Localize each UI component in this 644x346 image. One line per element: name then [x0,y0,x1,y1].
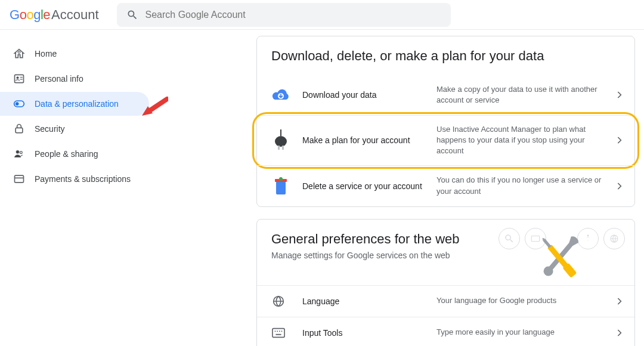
row-label: Input Tools [302,328,436,338]
row-desc: You can do this if you no longer use a s… [436,175,613,196]
row-label: Language [302,296,436,306]
main-content: Download, delete, or make a plan for you… [149,30,644,346]
svg-point-14 [275,136,287,147]
pref-search-icon [499,228,520,249]
sidebar-item-security[interactable]: Security [0,117,149,141]
svg-point-30 [275,330,276,332]
card-preferences: General preferences for the web Manage s… [256,219,635,346]
keyboard-icon [271,326,286,340]
row-label: Delete a service or your account [302,181,436,191]
sidebar: Home Personal info Data & personalizatio… [0,30,149,346]
svg-rect-16 [282,146,284,150]
row-label: Download your data [302,90,436,100]
home-icon [13,48,25,60]
svg-point-8 [16,150,19,153]
logo-google: Google [10,7,50,23]
card-icon [13,173,25,185]
sidebar-item-data-personalization[interactable]: Data & personalization [0,92,149,116]
svg-point-0 [18,51,20,54]
svg-rect-10 [15,175,24,183]
lock-icon [13,123,25,135]
plug-icon [269,128,293,152]
svg-point-32 [279,330,280,332]
svg-rect-7 [16,128,23,132]
row-desc: Type more easily in your language [436,327,613,338]
logo-account-text: Account [51,7,99,23]
sidebar-item-label: Home [35,49,57,58]
chevron-right-icon [613,295,625,307]
chevron-right-icon [613,327,625,339]
svg-point-33 [281,330,283,332]
svg-point-31 [277,330,278,332]
card-title: Download, delete, or make a plan for you… [271,48,620,64]
row-input-tools[interactable]: Input Tools Type more easily in your lan… [257,317,634,346]
logo[interactable]: Google Account [10,7,99,23]
sidebar-item-label: Personal info [35,74,83,84]
sidebar-item-personal-info[interactable]: Personal info [0,67,149,91]
sidebar-item-label: Data & personalization [35,99,119,109]
row-desc: Use Inactive Account Manager to plan wha… [436,124,613,157]
download-cloud-icon [269,83,293,107]
svg-rect-15 [278,146,280,150]
svg-rect-29 [273,328,284,337]
personal-info-icon [13,73,25,85]
row-desc: Make a copy of your data to use it with … [436,84,613,106]
svg-rect-26 [543,239,551,248]
sidebar-item-label: Security [35,124,65,134]
data-personalization-icon [13,98,25,110]
search-box[interactable] [117,3,451,27]
sidebar-item-people-sharing[interactable]: People & sharing [0,142,149,166]
card-data-plan: Download, delete, or make a plan for you… [256,36,635,207]
sidebar-item-payments[interactable]: Payments & subscriptions [0,167,149,191]
header: Google Account [0,0,644,30]
row-download-data[interactable]: Download your data Make a copy of your d… [257,75,634,115]
sidebar-item-label: Payments & subscriptions [35,174,131,184]
search-icon [126,9,138,21]
row-make-plan[interactable]: Make a plan for your account Use Inactiv… [257,115,634,165]
svg-rect-34 [275,333,281,335]
svg-point-19 [279,177,283,181]
svg-point-2 [17,77,18,79]
pref-globe-icon [603,228,625,249]
chevron-right-icon [613,134,625,146]
svg-rect-17 [276,181,286,194]
row-desc: Your language for Google products [436,295,613,306]
sidebar-item-home[interactable]: Home [0,42,149,66]
chevron-right-icon [613,89,625,101]
svg-point-9 [20,152,22,154]
row-delete-service[interactable]: Delete a service or your account You can… [257,165,634,206]
chevron-right-icon [613,180,625,192]
row-label: Make a plan for your account [302,135,436,145]
svg-rect-1 [15,75,24,82]
wrench-screwdriver-icon [527,231,593,285]
svg-point-6 [16,103,18,106]
search-input[interactable] [145,10,441,20]
sidebar-item-label: People & sharing [35,149,98,159]
globe-icon [271,294,286,308]
people-icon [13,148,25,160]
row-language[interactable]: Language Your language for Google produc… [257,285,634,317]
trash-icon [269,174,293,198]
